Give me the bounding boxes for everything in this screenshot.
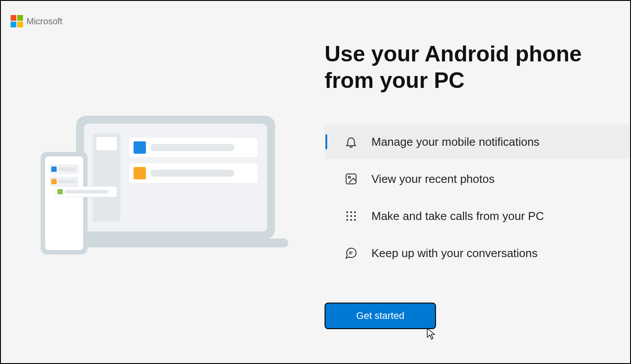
svg-point-30: [346, 219, 348, 221]
svg-point-27: [346, 215, 348, 217]
bell-icon: [344, 135, 358, 149]
svg-rect-18: [58, 180, 76, 183]
svg-rect-5: [134, 141, 146, 154]
cursor-icon: [427, 328, 436, 342]
chat-icon: [344, 246, 358, 260]
svg-rect-9: [150, 170, 234, 177]
svg-rect-15: [58, 167, 76, 171]
svg-rect-21: [65, 190, 109, 193]
feature-label: Make and take calls from your PC: [371, 209, 544, 223]
feature-label: View your recent photos: [371, 172, 494, 186]
cta-area: Get started: [325, 303, 436, 329]
get-started-button[interactable]: Get started: [325, 303, 436, 329]
microsoft-logo-icon: [11, 15, 23, 27]
feature-calls[interactable]: Make and take calls from your PC: [325, 199, 630, 233]
dialpad-icon: [344, 209, 358, 223]
feature-photos[interactable]: View your recent photos: [325, 162, 630, 196]
feature-label: Manage your mobile notifications: [371, 135, 539, 149]
page-title: Use your Android phone from your PC: [325, 41, 630, 94]
svg-point-23: [348, 176, 351, 178]
header-brand: Microsoft: [11, 15, 62, 27]
svg-rect-8: [134, 167, 146, 179]
photo-icon: [344, 172, 358, 186]
feature-notifications[interactable]: Manage your mobile notifications: [325, 125, 630, 159]
svg-rect-6: [150, 144, 234, 151]
feature-label: Keep up with your conversations: [371, 246, 538, 260]
svg-point-32: [354, 219, 356, 221]
svg-point-25: [350, 211, 352, 213]
svg-point-29: [354, 215, 356, 217]
feature-list: Manage your mobile notifications View yo…: [325, 125, 630, 273]
svg-rect-3: [96, 137, 117, 150]
devices-illustration: [41, 116, 288, 257]
svg-rect-17: [51, 179, 57, 184]
feature-conversations[interactable]: Keep up with your conversations: [325, 236, 630, 270]
svg-rect-10: [63, 239, 288, 247]
svg-point-31: [350, 219, 352, 221]
svg-rect-14: [51, 167, 57, 172]
svg-point-26: [354, 211, 356, 213]
content-panel: Use your Android phone from your PC Mana…: [325, 41, 630, 273]
svg-point-28: [350, 215, 352, 217]
svg-rect-20: [57, 189, 63, 194]
svg-rect-22: [346, 174, 356, 184]
svg-point-24: [346, 211, 348, 213]
brand-name: Microsoft: [27, 16, 62, 27]
